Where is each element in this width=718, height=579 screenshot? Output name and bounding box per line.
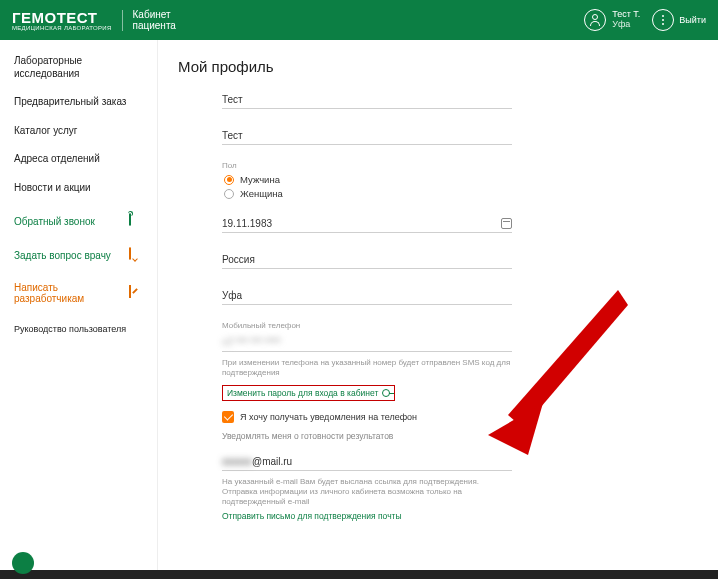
resend-email-link[interactable]: Отправить письмо для подтверждения почты	[222, 511, 512, 521]
logo-text: ГЕМОТЕСТ	[12, 10, 112, 25]
chat-icon	[129, 248, 143, 262]
birthdate-value: 19.11.1983	[222, 218, 272, 229]
sidebar: Лабораторные исследования Предварительны…	[0, 40, 158, 570]
email-field[interactable]: xxxxxx@mail.ru	[222, 451, 512, 471]
header-section: Кабинет пациента	[133, 9, 176, 31]
radio-icon	[224, 189, 234, 199]
phone-value: +7 *** *** ****	[222, 337, 281, 348]
menu-dots-icon	[652, 9, 674, 31]
sidebar-item-lab[interactable]: Лабораторные исследования	[0, 50, 157, 85]
sidebar-ask-doctor[interactable]: Задать вопрос врачу	[0, 243, 157, 267]
gender-group: Мужчина Женщина	[224, 174, 512, 199]
gender-male-label: Мужчина	[240, 174, 280, 185]
gender-male[interactable]: Мужчина	[224, 174, 512, 185]
phone-hint: При изменении телефона на указанный номе…	[222, 358, 512, 378]
sidebar-item-preorder[interactable]: Предварительный заказ	[0, 91, 157, 114]
sidebar-ask-doctor-label: Задать вопрос врачу	[14, 250, 111, 261]
footer-bar	[0, 570, 718, 579]
logout-button[interactable]: Выйти	[652, 9, 706, 31]
sidebar-item-catalog[interactable]: Каталог услуг	[0, 120, 157, 143]
checkbox-icon	[222, 411, 234, 423]
page-title: Мой профиль	[178, 58, 698, 75]
last-name-field[interactable]: Тест	[222, 89, 512, 109]
city-field[interactable]: Уфа	[222, 285, 512, 305]
floating-action-button[interactable]	[12, 552, 34, 574]
user-icon	[584, 9, 606, 31]
phone-field[interactable]: +7 *** *** ****	[222, 332, 512, 352]
phone-label: Мобильный телефон	[222, 321, 512, 330]
calendar-icon[interactable]	[501, 218, 512, 229]
logo[interactable]: ГЕМОТЕСТ МЕДИЦИНСКАЯ ЛАБОРАТОРИЯ	[12, 10, 123, 31]
sidebar-callback[interactable]: Обратный звонок	[0, 209, 157, 233]
email-value: @mail.ru	[252, 456, 292, 467]
header-user[interactable]: Тест Т. Уфа	[584, 9, 640, 31]
sidebar-write-devs-label: Написать разработчикам	[14, 282, 129, 304]
sidebar-manual[interactable]: Руководство пользователя	[0, 319, 157, 340]
notify-phone-checkbox[interactable]: Я хочу получать уведомления на телефон	[222, 411, 512, 423]
notify-heading: Уведомлять меня о готовности результатов	[222, 431, 512, 441]
main-content: Мой профиль Тест Тест Пол Мужчина Женщин…	[158, 40, 718, 570]
user-city: Уфа	[612, 20, 640, 30]
phone-icon	[129, 214, 143, 228]
country-field[interactable]: Россия	[222, 249, 512, 269]
radio-icon	[224, 175, 234, 185]
email-masked: xxxxxx	[222, 456, 252, 467]
header: ГЕМОТЕСТ МЕДИЦИНСКАЯ ЛАБОРАТОРИЯ Кабинет…	[0, 0, 718, 40]
sidebar-write-devs[interactable]: Написать разработчикам	[0, 277, 157, 309]
sidebar-callback-label: Обратный звонок	[14, 216, 95, 227]
header-section-l1: Кабинет	[133, 9, 176, 20]
gender-label: Пол	[222, 161, 512, 170]
sidebar-item-addresses[interactable]: Адреса отделений	[0, 148, 157, 171]
email-hint: На указанный e-mail Вам будет выслана сс…	[222, 477, 512, 507]
birthdate-field[interactable]: 19.11.1983	[222, 213, 512, 233]
gender-female[interactable]: Женщина	[224, 188, 512, 199]
key-icon	[382, 389, 390, 397]
gender-female-label: Женщина	[240, 188, 283, 199]
logout-label: Выйти	[679, 15, 706, 25]
logo-subtext: МЕДИЦИНСКАЯ ЛАБОРАТОРИЯ	[12, 25, 112, 31]
header-section-l2: пациента	[133, 20, 176, 31]
pencil-icon	[129, 286, 143, 300]
profile-form: Тест Тест Пол Мужчина Женщина 19.11.1983…	[222, 89, 512, 521]
change-password-link[interactable]: Изменить пароль для входа в кабинет	[222, 385, 395, 401]
sidebar-item-news[interactable]: Новости и акции	[0, 177, 157, 200]
svg-marker-0	[508, 290, 628, 428]
change-password-label: Изменить пароль для входа в кабинет	[227, 388, 378, 398]
first-name-field[interactable]: Тест	[222, 125, 512, 145]
notify-phone-label: Я хочу получать уведомления на телефон	[240, 412, 417, 422]
